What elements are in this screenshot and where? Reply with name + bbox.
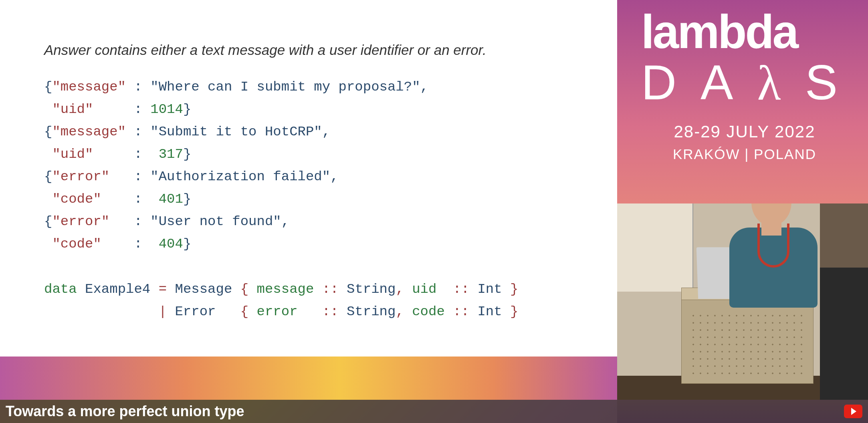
logo-char-a: A bbox=[700, 57, 745, 108]
speaker-camera-feed bbox=[617, 203, 868, 400]
logo-text-lambda: lambda bbox=[641, 8, 848, 55]
haskell-keyword-data: data bbox=[44, 282, 77, 297]
json-code-examples: {"message" : "Where can I submit my prop… bbox=[44, 76, 573, 323]
event-sidebar: lambda DAλS 28-29 JULY 2022 KRAKÓW | POL… bbox=[617, 0, 868, 423]
logo-text-days: DAλS bbox=[641, 57, 848, 109]
slide-description-text: Answer contains either a text message wi… bbox=[44, 40, 573, 60]
presentation-slide: Answer contains either a text message wi… bbox=[0, 0, 617, 357]
logo-char-lambda: λ bbox=[757, 57, 793, 109]
json-ex3-error: Authorization failed bbox=[159, 169, 322, 184]
logo-char-d: D bbox=[641, 57, 688, 108]
speaker-figure bbox=[721, 203, 818, 308]
event-date-text: 28-29 JULY 2022 bbox=[641, 122, 848, 141]
event-logo: lambda DAλS 28-29 JULY 2022 KRAKÓW | POL… bbox=[617, 0, 868, 174]
logo-char-s: S bbox=[805, 57, 850, 108]
gradient-decoration bbox=[0, 357, 617, 400]
json-ex4-error: User not found bbox=[159, 214, 273, 229]
json-ex2-message: Submit it to HotCRP bbox=[159, 124, 314, 139]
json-ex3-code: 401 bbox=[159, 191, 183, 207]
json-ex4-code: 404 bbox=[159, 236, 183, 252]
video-title-bar: Towards a more perfect union type bbox=[0, 400, 868, 423]
talk-title-text: Towards a more perfect union type bbox=[6, 403, 244, 420]
event-location-text: KRAKÓW | POLAND bbox=[641, 146, 848, 162]
json-ex1-uid: 1014 bbox=[150, 102, 183, 117]
json-ex2-uid: 317 bbox=[159, 147, 183, 162]
json-ex1-message: Where can I submit my proposal? bbox=[159, 79, 412, 95]
youtube-icon[interactable] bbox=[844, 405, 862, 418]
